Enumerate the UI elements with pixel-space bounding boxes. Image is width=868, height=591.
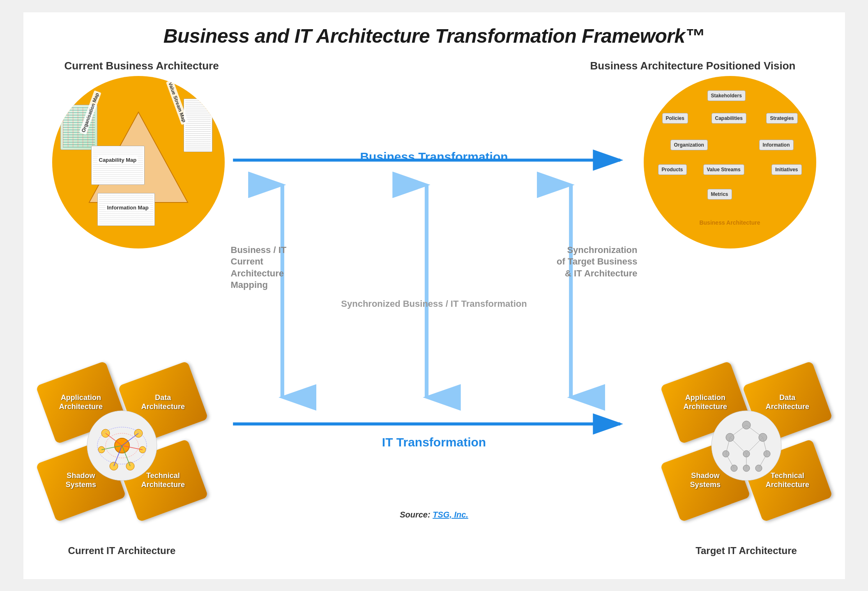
capability-label: Capability Map: [97, 156, 138, 164]
source-label: Source: TSG, Inc.: [400, 510, 468, 520]
box-strategies: Strategies: [766, 113, 797, 124]
label-target-it: Target IT Architecture: [689, 545, 804, 557]
page: Business and IT Architecture Transformat…: [23, 12, 845, 579]
box-information: Information: [759, 140, 794, 150]
box-stakeholders: Stakeholders: [707, 90, 746, 101]
left-circle-inner: Organisation Map Value Stream Map Capabi…: [52, 76, 225, 248]
right-circle: Stakeholders Policies Capabilities Strat…: [644, 76, 816, 248]
box-organization: Organization: [670, 140, 708, 150]
content-area: Current Business Architecture Business A…: [40, 60, 829, 561]
biz-arch-footer: Business Architecture: [699, 219, 760, 226]
sync-transform-label: Synchronized Business / IT Transformatio…: [341, 298, 527, 310]
info-map-label: Information Map: [106, 204, 150, 212]
left-circle: Organisation Map Value Stream Map Capabi…: [52, 76, 225, 248]
sync-target-label: Synchronization of Target Business & IT …: [557, 244, 637, 280]
main-title: Business and IT Architecture Transformat…: [40, 25, 829, 47]
biz-transform-label: Business Transformation: [360, 150, 508, 164]
box-value-streams: Value Streams: [703, 164, 744, 175]
label-current-it: Current IT Architecture: [64, 545, 180, 557]
capability-doc: [91, 146, 145, 185]
right-diamond-cluster: Application Architecture Data Architectu…: [668, 372, 824, 520]
it-transform-label: IT Transformation: [382, 435, 486, 449]
box-policies: Policies: [662, 113, 688, 124]
box-metrics: Metrics: [707, 189, 732, 200]
left-diamond-cluster: Application Architecture Data Architectu…: [44, 372, 200, 520]
box-products: Products: [658, 164, 687, 175]
label-current-biz-arch: Current Business Architecture: [64, 60, 219, 72]
right-circle-inner: Stakeholders Policies Capabilities Strat…: [644, 76, 816, 248]
biz-it-mapping-label: Business / IT Current Architecture Mappi…: [231, 244, 287, 291]
box-capabilities: Capabilities: [711, 113, 746, 124]
label-vision: Business Architecture Positioned Vision: [590, 60, 796, 72]
source-link[interactable]: TSG, Inc.: [433, 510, 468, 519]
box-initiatives: Initiatives: [771, 164, 801, 175]
